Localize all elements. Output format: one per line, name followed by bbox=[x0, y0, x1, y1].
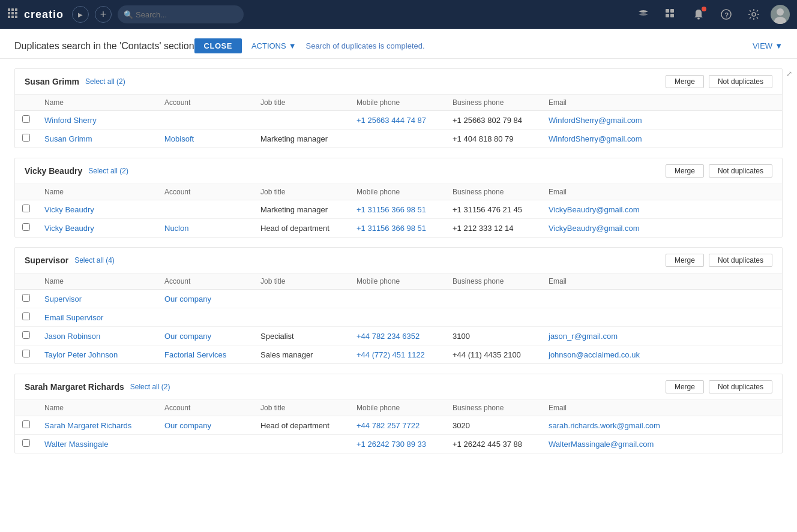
business-phone: +44 (11) 4435 2100 bbox=[445, 345, 541, 364]
header-actions: CLOSE ACTIONS ▼ Search of duplicates is … bbox=[194, 38, 425, 53]
email-link[interactable]: WinfordSherry@gmail.com bbox=[549, 116, 642, 125]
search-input[interactable] bbox=[118, 5, 244, 23]
row-checkbox[interactable] bbox=[22, 294, 30, 302]
col-header-job-title: Job title bbox=[253, 273, 349, 290]
account-link[interactable]: Factorial Services bbox=[164, 350, 226, 359]
not-duplicates-button[interactable]: Not duplicates bbox=[709, 164, 772, 178]
col-header-business-phone: Business phone bbox=[445, 184, 541, 200]
row-checkbox[interactable] bbox=[22, 331, 30, 339]
row-checkbox[interactable] bbox=[22, 205, 30, 212]
row-checkbox[interactable] bbox=[22, 350, 30, 357]
email-link[interactable]: WinfordSherry@gmail.com bbox=[549, 134, 642, 143]
not-duplicates-button[interactable]: Not duplicates bbox=[709, 380, 772, 393]
dup-group-action-buttons: MergeNot duplicates bbox=[666, 75, 772, 88]
contact-name-link[interactable]: Taylor Peter Johnson bbox=[44, 350, 118, 359]
row-checkbox[interactable] bbox=[22, 134, 30, 142]
business-phone: +1 26242 445 37 88 bbox=[445, 435, 541, 453]
contact-name-link[interactable]: Winford Sherry bbox=[44, 116, 97, 125]
svg-rect-5 bbox=[15, 12, 17, 14]
bell-icon-button[interactable] bbox=[688, 4, 709, 25]
select-all-link[interactable]: Select all (2) bbox=[130, 383, 170, 391]
table-row: SupervisorOur company bbox=[15, 290, 782, 308]
email-link[interactable]: johnson@acclaimed.co.uk bbox=[549, 350, 640, 359]
row-checkbox[interactable] bbox=[22, 420, 30, 428]
contact-name-link[interactable]: Supervisor bbox=[44, 294, 82, 303]
merge-button[interactable]: Merge bbox=[666, 164, 704, 178]
mobile-phone: +1 26242 730 89 33 bbox=[356, 440, 426, 449]
email-link[interactable]: sarah.richards.work@gmail.com bbox=[549, 421, 660, 430]
select-all-link[interactable]: Select all (2) bbox=[85, 77, 125, 86]
contact-name-link[interactable]: Jason Robinson bbox=[44, 332, 100, 341]
row-checkbox[interactable] bbox=[22, 312, 30, 320]
dup-group-header-sarah-margaret-richards: Sarah Margaret RichardsSelect all (2)Mer… bbox=[15, 374, 782, 400]
email-link[interactable]: VickyBeaudry@gmail.com bbox=[549, 224, 640, 233]
job-title: Specialist bbox=[253, 327, 349, 345]
not-duplicates-button[interactable]: Not duplicates bbox=[709, 75, 772, 88]
apps-icon-button[interactable] bbox=[660, 4, 682, 25]
merge-button[interactable]: Merge bbox=[666, 380, 704, 393]
actions-button[interactable]: ACTIONS ▼ bbox=[251, 41, 296, 50]
business-phone bbox=[445, 308, 541, 327]
not-duplicates-button[interactable]: Not duplicates bbox=[709, 254, 772, 267]
svg-rect-1 bbox=[11, 8, 14, 11]
col-header-business-phone: Business phone bbox=[445, 400, 541, 416]
merge-button[interactable]: Merge bbox=[666, 75, 704, 88]
select-all-link[interactable]: Select all (2) bbox=[88, 167, 128, 175]
email-link[interactable]: VickyBeaudry@gmail.com bbox=[549, 205, 640, 214]
svg-rect-8 bbox=[15, 16, 17, 18]
account-link[interactable]: Nuclon bbox=[164, 224, 188, 233]
contact-name-link[interactable]: Sarah Margaret Richards bbox=[44, 421, 131, 430]
dup-group-vicky-beaudry: Vicky BeaudrySelect all (2)MergeNot dupl… bbox=[14, 158, 783, 238]
help-icon-button[interactable]: ? bbox=[715, 4, 737, 25]
mobile-phone: +44 782 257 7722 bbox=[356, 421, 420, 430]
add-button[interactable]: + bbox=[95, 6, 112, 23]
select-all-link[interactable]: Select all (4) bbox=[74, 256, 115, 265]
account-link[interactable]: Our company bbox=[164, 421, 211, 430]
job-title bbox=[253, 290, 349, 308]
app-logo[interactable]: creatio bbox=[24, 8, 64, 21]
svg-point-13 bbox=[697, 18, 700, 20]
grid-icon[interactable] bbox=[7, 8, 18, 21]
account-link[interactable]: Our company bbox=[164, 332, 211, 341]
business-phone: +1 31156 476 21 45 bbox=[445, 200, 541, 219]
main-area: ⤢ Duplicates search in the 'Contacts' se… bbox=[0, 29, 797, 532]
user-avatar[interactable] bbox=[771, 5, 790, 24]
col-header-name: Name bbox=[37, 400, 157, 416]
dup-group-action-buttons: MergeNot duplicates bbox=[666, 380, 772, 393]
col-header-name: Name bbox=[37, 273, 157, 290]
view-button[interactable]: VIEW ▼ bbox=[753, 41, 783, 50]
expand-icon[interactable]: ⤢ bbox=[786, 70, 792, 78]
header-bar: Duplicates search in the 'Contacts' sect… bbox=[0, 29, 797, 59]
contact-name-link[interactable]: Vicky Beaudry bbox=[44, 205, 94, 214]
studio-icon-button[interactable] bbox=[633, 4, 654, 25]
table-row: Winford Sherry+1 25663 444 74 87+1 25663… bbox=[15, 111, 782, 130]
col-header-business-phone: Business phone bbox=[445, 95, 541, 111]
merge-button[interactable]: Merge bbox=[666, 254, 704, 267]
play-button[interactable]: ▶ bbox=[72, 6, 89, 23]
dup-table: NameAccountJob titleMobile phoneBusiness… bbox=[15, 400, 782, 453]
svg-point-16 bbox=[752, 13, 756, 16]
contact-name-link[interactable]: Vicky Beaudry bbox=[44, 224, 94, 233]
contact-name-link[interactable]: Walter Massingale bbox=[44, 440, 108, 449]
settings-icon-button[interactable] bbox=[743, 4, 765, 25]
row-checkbox[interactable] bbox=[22, 115, 30, 123]
dup-group-title: Susan Grimm bbox=[25, 77, 79, 86]
account-link[interactable]: Our company bbox=[164, 294, 211, 303]
row-checkbox[interactable] bbox=[22, 439, 30, 447]
account-link[interactable]: Mobisoft bbox=[164, 134, 194, 143]
table-row: Taylor Peter JohnsonFactorial ServicesSa… bbox=[15, 345, 782, 364]
close-button[interactable]: CLOSE bbox=[194, 38, 242, 53]
content-area: Susan GrimmSelect all (2)MergeNot duplic… bbox=[0, 59, 797, 473]
svg-rect-6 bbox=[8, 16, 10, 18]
contact-name-link[interactable]: Susan Grimm bbox=[44, 134, 92, 143]
table-row: Walter Massingale+1 26242 730 89 33+1 26… bbox=[15, 435, 782, 453]
svg-rect-10 bbox=[670, 9, 674, 13]
job-title: Sales manager bbox=[253, 345, 349, 364]
col-header-account: Account bbox=[157, 184, 253, 200]
email-link[interactable]: WalterMassingale@gmail.com bbox=[549, 440, 654, 449]
mobile-phone: +1 31156 366 98 51 bbox=[356, 205, 426, 214]
email-link[interactable]: jason_r@gmail.com bbox=[549, 332, 618, 341]
contact-name-link[interactable]: Email Supervisor bbox=[44, 313, 103, 322]
row-checkbox[interactable] bbox=[22, 223, 30, 231]
view-chevron-icon: ▼ bbox=[775, 41, 783, 50]
